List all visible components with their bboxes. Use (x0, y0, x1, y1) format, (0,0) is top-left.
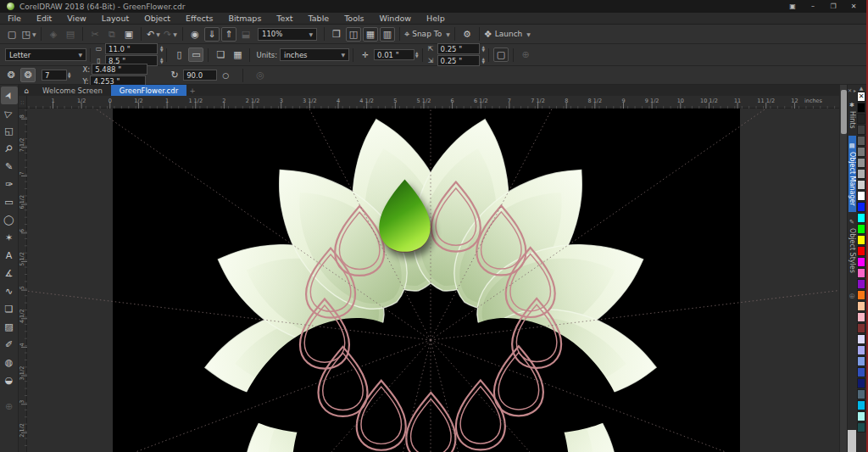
page-width-field[interactable]: 11.0 " (105, 43, 158, 54)
page-width-spinner[interactable]: ▲▼ (160, 46, 163, 53)
palette-swatch[interactable] (857, 257, 865, 267)
rotation-center-icon[interactable]: ○ (218, 68, 233, 82)
menu-layout[interactable]: Layout (94, 14, 136, 23)
show-rulers-button[interactable]: ◫ (346, 27, 361, 42)
menu-table[interactable]: Table (301, 14, 337, 23)
menu-tools[interactable]: Tools (337, 14, 371, 23)
options-button[interactable]: ⚙ (459, 27, 475, 42)
text-tool[interactable]: A (1, 247, 18, 265)
palette-swatch[interactable] (857, 301, 865, 311)
palette-swatch[interactable] (857, 180, 865, 190)
portrait-button[interactable]: ▯ (171, 47, 186, 62)
duplicate-y-spinner[interactable]: ▲▼ (482, 58, 485, 64)
minimize-button[interactable]: – (804, 1, 822, 12)
palette-swatch[interactable] (857, 356, 865, 366)
palette-swatch[interactable] (857, 103, 865, 113)
palette-swatch[interactable] (857, 290, 865, 300)
freehand-tool[interactable]: ✎ (1, 158, 18, 176)
artistic-media-tool[interactable]: ✑ (1, 176, 18, 193)
menu-object[interactable]: Object (136, 14, 178, 23)
zoom-tool[interactable]: ⚲ (1, 140, 18, 158)
launch-button[interactable]: ❖Launch▼ (484, 27, 531, 42)
palette-swatch[interactable] (857, 114, 865, 124)
dimension-tool[interactable]: ∡ (1, 265, 18, 282)
menu-help[interactable]: Help (419, 14, 453, 23)
menu-view[interactable]: View (59, 14, 94, 23)
palette-swatch[interactable] (857, 268, 865, 278)
rectangle-tool[interactable]: ▭ (1, 193, 18, 211)
zoom-level-select[interactable]: 110%▼ (258, 28, 317, 41)
palette-swatch[interactable] (857, 158, 865, 168)
full-screen-preview-button[interactable]: ❒ (329, 27, 344, 42)
menu-bitmaps[interactable]: Bitmaps (220, 14, 269, 23)
horizontal-ruler[interactable]: 11/201/211 1/222 1/233 1/244 1/255 1/266… (27, 96, 839, 109)
docker-bottom-button[interactable] (848, 430, 856, 452)
docker-tab-object-manager[interactable]: ▤Object Manager (849, 136, 856, 213)
palette-swatch[interactable] (857, 213, 865, 223)
menu-edit[interactable]: Edit (29, 14, 59, 23)
pick-tool[interactable]: ➤ (1, 86, 18, 104)
rotation-angle-field[interactable]: 90.0 (183, 70, 217, 81)
menu-effects[interactable]: Effects (178, 14, 220, 23)
docker-tab-object-styles[interactable]: ✎Object Styles (849, 212, 856, 280)
palette-swatch[interactable] (857, 279, 865, 289)
docker-tab-hints[interactable]: ✱Hints (849, 95, 856, 136)
palette-swatch[interactable] (857, 147, 865, 157)
menu-window[interactable]: Window (372, 14, 419, 23)
copies-field[interactable]: 7 (42, 70, 67, 81)
menu-text[interactable]: Text (269, 14, 300, 23)
tab-greenflower[interactable]: GreenFlower.cdr (111, 85, 186, 96)
duplicate-y-field[interactable]: 0.25 " (437, 55, 480, 66)
palette-swatch[interactable] (857, 422, 865, 432)
palette-swatch[interactable] (857, 389, 865, 399)
palette-swatch[interactable] (857, 169, 865, 179)
ellipse-tool[interactable]: ◯ (1, 211, 18, 229)
palette-swatch[interactable] (857, 312, 865, 322)
duplicate-x-spinner[interactable]: ▲▼ (482, 46, 485, 53)
palette-swatch[interactable] (857, 323, 865, 333)
x-position-field[interactable]: 5.488 " (92, 64, 147, 75)
undo-button[interactable]: ↶▼ (146, 27, 161, 42)
palette-swatch[interactable] (857, 235, 865, 245)
palette-swatch[interactable] (857, 334, 865, 344)
snap-to-button[interactable]: ⌖Snap To▼ (404, 27, 450, 42)
tab-welcome-screen[interactable]: Welcome Screen (34, 85, 111, 96)
menu-file[interactable]: File (0, 14, 29, 23)
nudge-field[interactable]: 0.01 " (374, 49, 415, 60)
polygon-tool[interactable]: ✶ (1, 229, 18, 247)
transform-position-icon[interactable]: ❂ (3, 68, 19, 82)
palette-swatch[interactable] (857, 191, 865, 201)
copies-spinner[interactable]: ▲▼ (68, 72, 70, 79)
units-select[interactable]: inches▼ (280, 48, 349, 61)
palette-swatch[interactable] (857, 378, 865, 388)
connector-tool[interactable]: ∿ (1, 282, 18, 300)
home-tab-icon[interactable]: ⌂ (19, 85, 34, 96)
import-button[interactable]: ⇓ (204, 27, 220, 42)
palette-swatch[interactable] (857, 136, 865, 146)
show-grid-button[interactable]: ▦ (363, 27, 378, 42)
nudge-spinner[interactable]: ▲▼ (415, 52, 418, 59)
palette-swatch[interactable] (857, 125, 865, 135)
rotate-icon[interactable]: ↻ (167, 68, 182, 82)
current-page-settings-button[interactable]: ❏ (213, 47, 228, 62)
show-guidelines-button[interactable]: ▥ (380, 27, 395, 42)
page-size-select[interactable]: Letter▼ (5, 48, 86, 61)
vertical-scrollbar[interactable] (839, 85, 847, 452)
treat-as-filled-button[interactable]: ▢ (493, 47, 509, 62)
palette-swatch[interactable] (857, 411, 865, 421)
palette-swatch[interactable] (857, 367, 865, 377)
duplicate-x-field[interactable]: 0.25 " (437, 43, 480, 54)
new-tab-button[interactable]: + (186, 85, 198, 96)
palette-swatch[interactable] (857, 224, 865, 234)
account-icon[interactable]: ▣ (783, 1, 802, 12)
landscape-button[interactable]: ▭ (188, 47, 203, 62)
vertical-ruler[interactable]: 87 1/276 1/265 1/254 1/243 1/232 1/2 (19, 109, 27, 452)
palette-swatch[interactable] (857, 345, 865, 355)
shape-tool[interactable]: ▷ (1, 104, 18, 122)
page-height-spinner[interactable]: ▲▼ (160, 58, 163, 64)
restore-button[interactable]: ❐ (824, 1, 843, 12)
smart-fill-tool[interactable]: ◒ (1, 371, 18, 389)
palette-scroll-up[interactable]: ▲ (860, 85, 864, 92)
paste-button[interactable]: ▣ (121, 27, 136, 42)
interactive-fill-tool[interactable]: ◍ (1, 354, 18, 371)
